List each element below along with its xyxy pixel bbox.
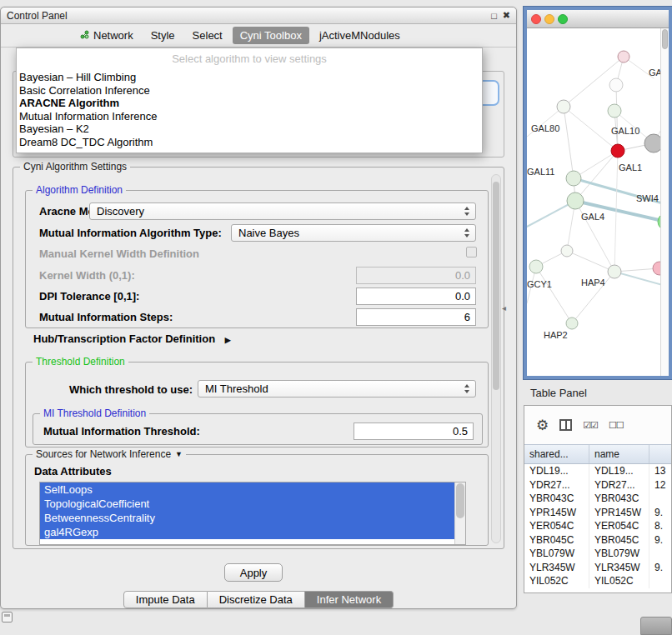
close-window-icon[interactable]: ✖: [503, 10, 510, 21]
bottom-tab-discretize-data[interactable]: Discretize Data: [208, 591, 305, 608]
column-header[interactable]: [649, 445, 671, 463]
algorithm-option[interactable]: Bayesian – K2: [17, 122, 482, 136]
settings-scrollbar-thumb[interactable]: [493, 182, 499, 390]
bottom-tab-infer-network[interactable]: Infer Network: [305, 591, 394, 608]
table-row[interactable]: YBL079WYBL079W: [524, 547, 671, 561]
network-window-titlebar: [527, 10, 669, 28]
network-edge[interactable]: [564, 107, 574, 178]
sources-group-title[interactable]: Sources for Network Inference ▼: [33, 448, 186, 460]
network-node[interactable]: [608, 104, 621, 118]
minimize-traffic-light[interactable]: [544, 14, 554, 24]
attribute-list-item[interactable]: gal4RGexp: [40, 525, 454, 539]
network-canvas[interactable]: GAL8GAL80GAL10GAL11GAL1SWI4GAL4GCY1HAP4Y…: [527, 28, 669, 376]
node-label: GAL4: [581, 212, 604, 222]
table-row[interactable]: YER054CYER054C8.: [524, 519, 671, 533]
network-node[interactable]: [566, 171, 581, 186]
table-cell: YIL052C: [524, 574, 589, 588]
table-row[interactable]: YBR045CYBR045C9.: [524, 533, 671, 548]
panel-collapse-arrow-icon[interactable]: ◂: [502, 303, 506, 312]
zoom-traffic-light[interactable]: [558, 14, 568, 24]
window-title: Control Panel: [7, 10, 485, 22]
table-row[interactable]: YPR145WYPR145W9.: [524, 506, 671, 520]
float-window-icon[interactable]: □: [491, 11, 497, 21]
network-node[interactable]: [609, 78, 623, 92]
dpi-tolerance-field[interactable]: 0.0: [356, 288, 476, 305]
mi-threshold-field[interactable]: 0.5: [354, 422, 474, 440]
unselect-all-columns-icon[interactable]: ☐☐: [609, 420, 624, 431]
table-row[interactable]: YDR27...YDR27...12: [524, 478, 671, 492]
node-label: GAL11: [527, 167, 554, 177]
tab-label: Select: [193, 29, 223, 42]
combo-arrows-icon: [464, 203, 471, 219]
gear-icon[interactable]: ⚙: [536, 418, 549, 432]
network-node[interactable]: [529, 260, 543, 273]
network-node[interactable]: [561, 245, 573, 257]
tab-cyni-toolbox[interactable]: Cyni Toolbox: [233, 27, 309, 44]
attribute-list-item[interactable]: TopologicalCoefficient: [40, 497, 454, 511]
select-all-columns-icon[interactable]: ☑☑: [583, 420, 598, 431]
column-header[interactable]: name: [589, 445, 649, 463]
network-edge[interactable]: [536, 267, 572, 323]
tab-label: Network: [93, 29, 133, 42]
table-cell: 13: [649, 464, 671, 478]
network-node[interactable]: [566, 318, 578, 329]
combo-arrows-icon: [464, 381, 471, 397]
algorithm-popup-list: Bayesian – Hill ClimbingBasic Correlatio…: [17, 71, 482, 148]
settings-scrollbar[interactable]: [491, 174, 501, 543]
control-panel-titlebar: Control Panel □ ✖: [1, 8, 516, 24]
columns-icon[interactable]: [559, 419, 572, 431]
bottom-tab-impute-data[interactable]: Impute Data: [123, 591, 208, 608]
apply-button[interactable]: Apply: [224, 563, 283, 582]
network-graph[interactable]: GAL8GAL80GAL10GAL11GAL1SWI4GAL4GCY1HAP4Y…: [527, 28, 669, 376]
attributes-scrollbar-thumb[interactable]: [456, 483, 464, 518]
tab-style[interactable]: Style: [143, 27, 183, 44]
which-threshold-select[interactable]: MI Threshold: [198, 380, 476, 398]
tab-network[interactable]: Network: [73, 27, 141, 44]
algorithm-option[interactable]: Dream8 DC_TDC Algorithm: [17, 136, 482, 149]
table-cell: 9.: [649, 506, 671, 520]
sources-group: Sources for Network Inference ▼ Data Att…: [25, 454, 489, 546]
network-scrollbar-thumb[interactable]: [662, 29, 668, 49]
attribute-list-item[interactable]: SelfLoops: [40, 482, 454, 497]
mi-algorithm-type-select[interactable]: Naive Bayes: [231, 224, 476, 242]
algorithm-option[interactable]: Bayesian – Hill Climbing: [17, 71, 482, 84]
close-traffic-light[interactable]: [531, 14, 541, 24]
table-cell: YBL079W: [589, 547, 649, 561]
cyni-algorithm-settings-group: Cyni Algorithm Settings Algorithm Defini…: [13, 167, 504, 549]
network-edge[interactable]: [575, 151, 618, 201]
mi-steps-field[interactable]: 6: [356, 308, 476, 326]
table-cell: 12: [649, 478, 671, 492]
attributes-list-scrollbar[interactable]: [454, 482, 465, 544]
network-node[interactable]: [611, 144, 624, 158]
algorithm-option[interactable]: Mutual Information Inference: [17, 110, 482, 123]
tab-select[interactable]: Select: [185, 27, 230, 44]
algorithm-option[interactable]: Basic Correlation Inference: [17, 84, 482, 98]
hub-definition-toggle[interactable]: Hub/Transcription Factor Definition ▶: [33, 332, 231, 345]
minimized-panel-icon[interactable]: [2, 612, 13, 622]
table-cell: YPR145W: [524, 506, 589, 520]
column-header[interactable]: shared...: [524, 445, 589, 463]
attribute-list-item[interactable]: BetweennessCentrality: [40, 511, 454, 525]
table-cell: YDR27...: [524, 478, 589, 492]
network-node[interactable]: [608, 265, 621, 278]
which-threshold-label: Which threshold to use:: [69, 383, 193, 396]
network-node[interactable]: [557, 100, 570, 113]
algorithm-definition-title: Algorithm Definition: [33, 184, 126, 196]
table-row[interactable]: YDL19...YDL19...13: [524, 464, 671, 478]
table-row[interactable]: YLR345WYLR345W9.: [524, 561, 671, 575]
algorithm-option[interactable]: ARACNE Algorithm: [17, 97, 482, 110]
tab-label: Cyni Toolbox: [240, 29, 302, 42]
data-attributes-list[interactable]: SelfLoopsTopologicalCoefficientBetweenne…: [39, 482, 466, 545]
table-body: YDL19...YDL19...13YDR27...YDR27...12YBR0…: [524, 464, 671, 588]
table-row[interactable]: YIL052CYIL052C: [524, 574, 671, 588]
node-label: GAL10: [611, 126, 639, 136]
tab-jactivemnodules[interactable]: jActiveMNodules: [312, 27, 408, 44]
network-vertical-scrollbar[interactable]: [660, 28, 669, 376]
aracne-mode-select[interactable]: Discovery: [89, 202, 476, 220]
network-node[interactable]: [567, 192, 584, 209]
tab-label: jActiveMNodules: [319, 29, 400, 42]
table-row[interactable]: YBR043CYBR043C: [524, 492, 671, 506]
table-cell: YDR27...: [589, 478, 649, 492]
network-node[interactable]: [618, 51, 629, 62]
network-edge[interactable]: [567, 251, 614, 272]
